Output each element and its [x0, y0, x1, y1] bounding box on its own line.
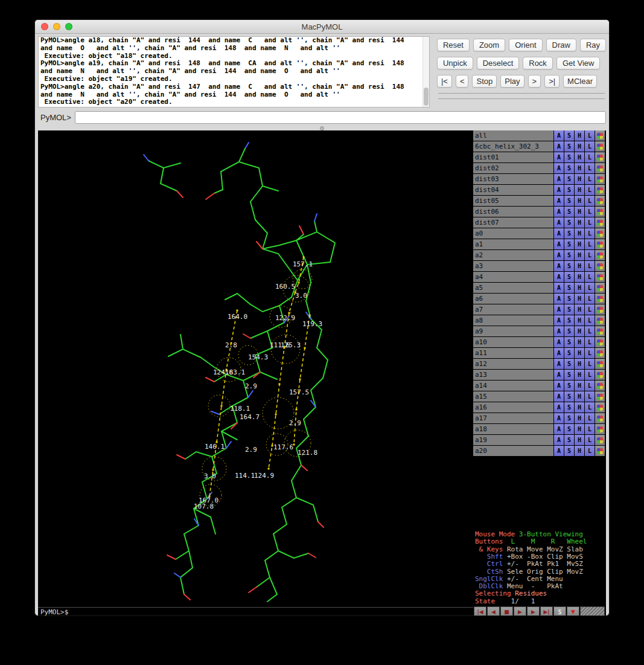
l-button[interactable]: L — [585, 196, 595, 206]
object-name[interactable]: a14 — [473, 381, 553, 391]
color-button[interactable] — [595, 207, 605, 217]
h-button[interactable]: H — [575, 294, 584, 304]
l-button[interactable]: L — [585, 130, 595, 141]
object-name[interactable]: a19 — [473, 435, 553, 445]
h-button[interactable]: H — [575, 250, 584, 260]
object-name[interactable]: dist07 — [473, 217, 553, 228]
color-button[interactable] — [595, 250, 605, 260]
h-button[interactable]: H — [575, 196, 584, 206]
s-button[interactable]: S — [564, 141, 574, 152]
zoom-button[interactable]: Zoom — [473, 39, 505, 51]
h-button[interactable]: H — [575, 381, 584, 391]
deselect-button[interactable]: Deselect — [477, 57, 520, 69]
s-button[interactable]: S — [564, 337, 574, 347]
s-button[interactable]: S — [564, 196, 574, 206]
l-button[interactable]: L — [585, 185, 595, 195]
l-button[interactable]: L — [585, 239, 595, 249]
orient-button[interactable]: Orient — [509, 39, 542, 51]
l-button[interactable]: L — [585, 359, 595, 369]
draw-button[interactable]: Draw — [546, 39, 576, 51]
color-button[interactable] — [595, 217, 605, 228]
h-button[interactable]: H — [575, 326, 584, 336]
h-button[interactable]: H — [575, 413, 584, 423]
unpick-button[interactable]: Unpick — [437, 57, 473, 69]
ctrl-button[interactable]: > — [528, 75, 541, 88]
s-button[interactable]: S — [564, 424, 574, 434]
h-button[interactable]: H — [575, 424, 584, 434]
s-button[interactable]: S — [564, 304, 574, 315]
h-button[interactable]: H — [575, 446, 584, 456]
object-name[interactable]: 6cbc_helix_302_3 — [473, 141, 553, 152]
object-name[interactable]: a7 — [473, 304, 553, 315]
s-button[interactable]: S — [564, 239, 574, 249]
ctrl-button[interactable]: < — [456, 75, 469, 88]
a-button[interactable]: A — [554, 207, 564, 217]
movie-rewind-button[interactable]: |◀ — [474, 606, 486, 616]
a-button[interactable]: A — [554, 228, 564, 239]
a-button[interactable]: A — [554, 348, 564, 358]
a-button[interactable]: A — [554, 424, 564, 434]
a-button[interactable]: A — [554, 141, 564, 152]
h-button[interactable]: H — [575, 402, 584, 413]
h-button[interactable]: H — [575, 130, 584, 141]
l-button[interactable]: L — [585, 152, 595, 162]
a-button[interactable]: A — [554, 446, 564, 456]
zoom-window-button[interactable] — [65, 23, 72, 30]
a-button[interactable]: A — [554, 391, 564, 402]
l-button[interactable]: L — [585, 370, 595, 380]
color-button[interactable] — [595, 272, 605, 282]
s-button[interactable]: S — [564, 261, 574, 271]
a-button[interactable]: A — [554, 152, 564, 162]
color-button[interactable] — [595, 163, 605, 173]
color-button[interactable] — [595, 446, 605, 456]
color-button[interactable] — [595, 315, 605, 326]
color-button[interactable] — [595, 261, 605, 271]
color-button[interactable] — [595, 294, 605, 304]
l-button[interactable]: L — [585, 337, 595, 347]
command-input[interactable] — [75, 111, 606, 124]
s-button[interactable]: S — [564, 326, 574, 336]
h-button[interactable]: H — [575, 217, 584, 228]
s-button[interactable]: S — [564, 391, 574, 402]
h-button[interactable]: H — [575, 185, 584, 195]
l-button[interactable]: L — [585, 272, 595, 282]
ctrl-button[interactable]: |< — [437, 75, 452, 88]
color-button[interactable] — [595, 130, 605, 141]
console-scrollbar[interactable] — [422, 37, 429, 107]
color-button[interactable] — [595, 381, 605, 391]
l-button[interactable]: L — [585, 250, 595, 260]
l-button[interactable]: L — [585, 228, 595, 239]
a-button[interactable]: A — [554, 370, 564, 380]
s-button[interactable]: S — [564, 283, 574, 293]
color-button[interactable] — [595, 337, 605, 347]
minimize-button[interactable] — [53, 23, 60, 30]
color-button[interactable] — [595, 239, 605, 249]
object-name[interactable]: a11 — [473, 348, 553, 358]
resize-grip[interactable] — [580, 606, 605, 616]
movie-frame-forward-button[interactable]: ▶ — [527, 606, 540, 616]
color-button[interactable] — [595, 185, 605, 195]
object-name[interactable]: a16 — [473, 402, 553, 413]
l-button[interactable]: L — [585, 283, 595, 293]
s-button[interactable]: S — [564, 435, 574, 445]
a-button[interactable]: A — [554, 294, 564, 304]
h-button[interactable]: H — [575, 152, 584, 162]
h-button[interactable]: H — [575, 261, 584, 271]
a-button[interactable]: A — [554, 315, 564, 326]
color-button[interactable] — [595, 370, 605, 380]
s-button[interactable]: S — [564, 163, 574, 173]
color-button[interactable] — [595, 348, 605, 358]
s-button[interactable]: S — [564, 359, 574, 369]
color-button[interactable] — [595, 283, 605, 293]
color-button[interactable] — [595, 402, 605, 413]
h-button[interactable]: H — [575, 272, 584, 282]
movie-end-button[interactable]: ▶| — [540, 606, 553, 616]
l-button[interactable]: L — [585, 141, 595, 152]
rock-button[interactable]: Rock — [523, 57, 553, 69]
h-button[interactable]: H — [575, 435, 584, 445]
scene-button[interactable]: S — [553, 606, 566, 616]
object-name[interactable]: a2 — [473, 250, 553, 260]
a-button[interactable]: A — [554, 261, 564, 271]
h-button[interactable]: H — [575, 174, 584, 184]
object-name[interactable]: a0 — [473, 228, 553, 239]
